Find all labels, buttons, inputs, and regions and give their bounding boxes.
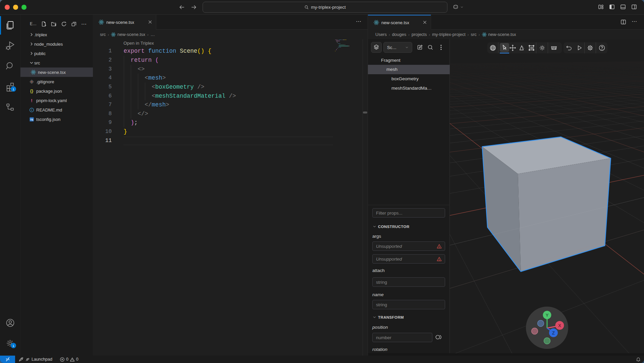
- svg-text:Y: Y: [546, 313, 549, 318]
- svg-text:Z: Z: [552, 330, 555, 335]
- svg-text:X: X: [558, 323, 561, 328]
- svg-text:TS: TS: [30, 118, 33, 121]
